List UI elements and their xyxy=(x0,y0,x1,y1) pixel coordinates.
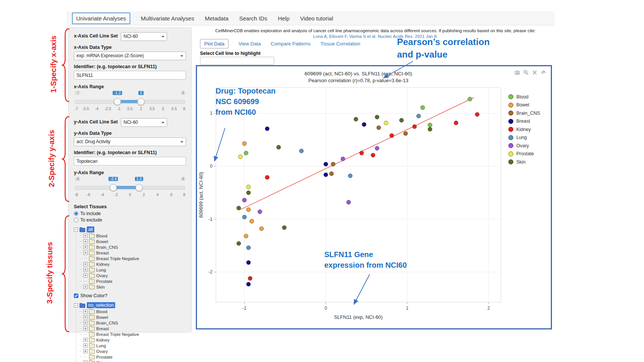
radio-to-exclude[interactable]: To exclude xyxy=(74,217,186,223)
tree-item-breast-triple-negative[interactable]: Breast Triple Negative xyxy=(80,331,186,337)
legend-swatch xyxy=(508,94,513,99)
expand-icon[interactable]: + xyxy=(83,262,88,266)
tree-item-blood[interactable]: +Blood xyxy=(80,233,186,239)
folder-icon xyxy=(89,234,95,238)
nav-tab-help[interactable]: Help xyxy=(278,15,289,22)
y-cell-line-set-select[interactable]: NCI-60 xyxy=(121,118,167,127)
y-data-type-select[interactable]: act: Drug Activity xyxy=(74,137,186,146)
expand-icon[interactable]: + xyxy=(83,326,88,331)
slider-to-value: 2 xyxy=(138,91,144,95)
tree-item-ovary[interactable]: +Ovary xyxy=(80,348,186,354)
y-identifier-input[interactable] xyxy=(74,157,186,165)
x-range-label: x-Axis Range xyxy=(74,84,186,89)
expand-icon[interactable]: + xyxy=(83,273,88,278)
collapse-icon[interactable]: − xyxy=(74,303,78,307)
scatter-plot[interactable]: -1012-2-101SLFN11 (exp, NCI-60)609699 (a… xyxy=(197,84,520,327)
expand-icon[interactable]: + xyxy=(83,285,88,289)
nav-tab-metadata[interactable]: Metadata xyxy=(205,15,229,22)
tree-item-bowel[interactable]: +Bowel xyxy=(80,314,186,320)
tree-item-prostate[interactable]: Prostate xyxy=(80,278,186,284)
annotation-slfn11: SLFN11 Gene expression from NCI60 xyxy=(324,249,407,270)
x-identifier-input[interactable] xyxy=(74,71,186,80)
nav-tab-multivariate-analyses[interactable]: Multivariate Analyses xyxy=(141,15,194,22)
annotation-drug: Drug: Topotecan NSC 609699 from NCI60 xyxy=(216,86,276,117)
expand-icon[interactable]: + xyxy=(83,245,88,249)
tree-item-brain-cns[interactable]: +Brain_CNS xyxy=(80,244,186,250)
legend-item-ovary[interactable]: Ovary xyxy=(508,142,540,150)
tree-root-all[interactable]: − all xyxy=(74,226,186,233)
folder-icon xyxy=(89,344,95,348)
expand-icon[interactable]: + xyxy=(83,349,88,353)
x-cell-line-set-select[interactable]: NCI-60 xyxy=(121,32,167,41)
expand-icon[interactable]: + xyxy=(83,360,88,362)
collapse-icon[interactable]: − xyxy=(74,228,78,232)
expand-icon[interactable]: + xyxy=(83,251,88,255)
tab-view-data[interactable]: View Data xyxy=(238,41,261,47)
legend-item-kidney[interactable]: Kidney xyxy=(508,125,540,134)
folder-icon xyxy=(89,274,95,278)
slider-handle-from[interactable] xyxy=(110,184,117,191)
show-color-checkbox-row[interactable]: Show Color? xyxy=(74,293,186,298)
show-color-checkbox[interactable] xyxy=(74,293,78,298)
folder-icon xyxy=(89,285,95,289)
legend-item-brain-cns[interactable]: Brain_CNS xyxy=(508,109,540,117)
legend-swatch xyxy=(508,119,513,124)
x-cell-line-set-label: x-Axis Cell Line Set xyxy=(74,33,118,39)
y-axis-range-slider[interactable]: -8 8 -2.4 1.3 -8-6-4-202468 xyxy=(75,177,185,200)
tab-tissue-correlation[interactable]: Tissue Correlation xyxy=(320,41,360,47)
expand-icon[interactable]: + xyxy=(83,309,88,314)
x-data-type-select[interactable]: exp: mRNA Expression (Z-Score) xyxy=(74,51,186,60)
legend-item-bowel[interactable]: Bowel xyxy=(508,101,540,109)
radio-to-exclude-input[interactable] xyxy=(74,218,78,222)
tree-item-breast-triple-negative[interactable]: Breast Triple Negative xyxy=(80,256,186,261)
tree-item-ovary[interactable]: +Ovary xyxy=(80,273,186,278)
tree-item-lung[interactable]: +Lung xyxy=(80,267,186,273)
tree-item-blood[interactable]: +Blood xyxy=(80,309,186,314)
folder-icon xyxy=(89,315,95,320)
highlight-cell-line-input[interactable] xyxy=(200,57,274,65)
tree-item-breast[interactable]: +Breast xyxy=(80,250,186,256)
tree-item-skin[interactable]: +Skin xyxy=(80,284,186,290)
tissue-tree-include: − all+Blood+Bowel+Brain_CNS+BreastBreast… xyxy=(74,226,186,290)
legend-item-lung[interactable]: Lung xyxy=(508,134,540,142)
tab-compare-patterns[interactable]: Compare Patterns xyxy=(271,41,311,47)
annotation-specify-x-axis: 1-Specify x-axis xyxy=(49,27,58,102)
expand-icon[interactable]: + xyxy=(83,234,88,238)
x-axis-range-slider[interactable]: -7 8 -1.2 2 -7-5.5-4-2.5-10.523.556.58 xyxy=(75,91,185,114)
expand-icon[interactable]: + xyxy=(83,239,88,243)
expand-icon[interactable]: + xyxy=(83,343,88,348)
expand-icon[interactable]: + xyxy=(83,338,88,342)
legend-item-breast[interactable]: Breast xyxy=(508,117,540,126)
expand-icon[interactable]: + xyxy=(83,268,88,272)
radio-to-include[interactable]: To include xyxy=(74,211,186,216)
tree-item-bowel[interactable]: +Bowel xyxy=(80,239,186,244)
legend-swatch xyxy=(508,143,513,148)
slider-handle-to[interactable] xyxy=(135,184,142,191)
legend-item-skin[interactable]: Skin xyxy=(508,158,540,166)
tree-root-no-selection[interactable]: − no_selection xyxy=(74,302,186,309)
expand-icon[interactable]: + xyxy=(83,315,88,319)
close-icon[interactable] xyxy=(532,70,538,75)
zoom-in-icon[interactable] xyxy=(523,70,529,75)
nav-tab-search-ids[interactable]: Search IDs xyxy=(239,15,267,22)
slider-handle-from[interactable] xyxy=(114,98,121,105)
legend-item-blood[interactable]: Blood xyxy=(508,93,540,101)
tree-item-lung[interactable]: +Lung xyxy=(80,343,186,348)
tree-item-prostate[interactable]: Prostate xyxy=(80,354,186,360)
reset-axes-icon[interactable] xyxy=(541,70,546,75)
tab-plot-data[interactable]: Plot Data xyxy=(200,39,228,48)
nav-tab-video-tutorial[interactable]: Video tutorial xyxy=(300,15,333,22)
radio-to-include-input[interactable] xyxy=(74,211,78,216)
tree-item-kidney[interactable]: +Kidney xyxy=(80,261,186,267)
expand-icon[interactable]: + xyxy=(83,321,88,325)
tree-item-breast[interactable]: +Breast xyxy=(80,326,186,331)
nav-tab-univariate-analyses[interactable]: Univariate Analyses xyxy=(72,12,130,24)
tree-item-skin[interactable]: +Skin xyxy=(80,360,186,362)
svg-text:-1: -1 xyxy=(208,217,213,222)
tree-item-brain-cns[interactable]: +Brain_CNS xyxy=(80,320,186,326)
legend-item-prostate[interactable]: Prostate xyxy=(508,150,540,158)
tissue-tree-exclude: − no_selection+Blood+Bowel+Brain_CNS+Bre… xyxy=(74,302,186,362)
tree-item-kidney[interactable]: +Kidney xyxy=(80,337,186,343)
svg-text:0: 0 xyxy=(325,306,327,311)
slider-handle-to[interactable] xyxy=(138,98,145,105)
